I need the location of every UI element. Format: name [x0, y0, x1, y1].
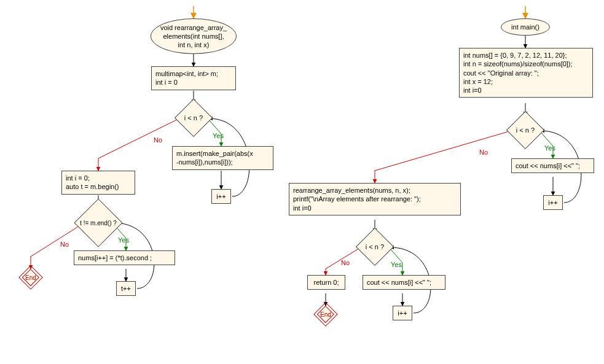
left-assign-text: nums[i++] = (*t).second ;: [78, 254, 152, 261]
left-decl-box: multimap<int, int> m; int i = 0: [151, 66, 236, 90]
left-end-terminal: End: [22, 269, 39, 286]
left-start-text: void rearrange_array_ elements(int nums[…: [160, 23, 227, 50]
left-reset-text: int i = 0; auto t = m.begin(): [66, 174, 119, 190]
right-end-text: End: [313, 302, 337, 326]
right-print2-box: cout << nums[i] <<" ";: [363, 275, 445, 290]
left-cond1-no-label: No: [154, 136, 162, 144]
left-reset-box: int i = 0; auto t = m.begin(): [61, 171, 135, 195]
right-cond1-no-label: No: [479, 149, 488, 156]
right-return-text: return 0;: [314, 279, 339, 286]
left-decl-text: multimap<int, int> m; int i = 0: [155, 70, 218, 86]
right-cond2-no-label: No: [341, 259, 350, 266]
left-insert-text: m.insert(make_pair(abs(x -nums[i]),nums[…: [176, 150, 253, 166]
left-cond2-no-label: No: [60, 241, 69, 248]
left-inc2-box: t++: [116, 281, 136, 296]
right-cond1-yes-label: Yes: [544, 144, 555, 152]
left-insert-box: m.insert(make_pair(abs(x -nums[i]),nums[…: [172, 146, 273, 170]
right-print1-text: cout << nums[i] <<" ";: [516, 162, 580, 169]
left-inc1-box: i++: [211, 189, 231, 204]
right-end-terminal: End: [317, 306, 334, 323]
left-cond1-text: i < n ?: [175, 99, 213, 137]
right-inc2-text: i++: [398, 309, 407, 317]
right-inc2-box: i++: [393, 306, 412, 320]
right-return-box: return 0;: [307, 275, 345, 290]
left-cond2-yes-label: Yes: [118, 236, 129, 244]
right-print1-box: cout << nums[i] <<" ";: [511, 158, 594, 173]
left-start-terminal: void rearrange_array_ elements(int nums[…: [151, 18, 237, 54]
left-cond1-yes-label: Yes: [213, 132, 224, 139]
right-init-text: int nums[] = {0, 9, 7, 2, 12, 11, 20}; i…: [463, 52, 573, 94]
right-call-box: rearrange_array_elements(nums, n, x); pr…: [289, 183, 461, 215]
right-inc1-text: i++: [548, 199, 557, 206]
left-assign-box: nums[i++] = (*t).second ;: [74, 250, 175, 265]
right-main-text: int main(): [511, 23, 539, 31]
left-inc1-text: i++: [216, 193, 226, 200]
left-cond2-decision: t != m.end() ?: [81, 206, 116, 240]
right-init-box: int nums[] = {0, 9, 7, 2, 12, 11, 20}; i…: [459, 48, 593, 98]
right-print2-text: cout << nums[i] <<" ";: [367, 279, 431, 286]
right-cond1-decision: i < n ?: [512, 117, 539, 144]
right-main-terminal: int main(): [501, 18, 550, 36]
left-end-text: End: [18, 265, 42, 289]
right-inc1-box: i++: [543, 195, 563, 210]
left-inc2-text: t++: [121, 285, 131, 292]
right-cond2-yes-label: Yes: [391, 261, 402, 268]
right-cond2-text: i < n ?: [356, 228, 394, 266]
left-cond2-text: t != m.end() ?: [74, 199, 122, 247]
left-cond1-decision: i < n ?: [180, 104, 207, 131]
right-cond1-text: i < n ?: [506, 111, 544, 149]
right-cond2-decision: i < n ?: [361, 233, 388, 260]
right-call-text: rearrange_array_elements(nums, n, x); pr…: [293, 187, 421, 212]
